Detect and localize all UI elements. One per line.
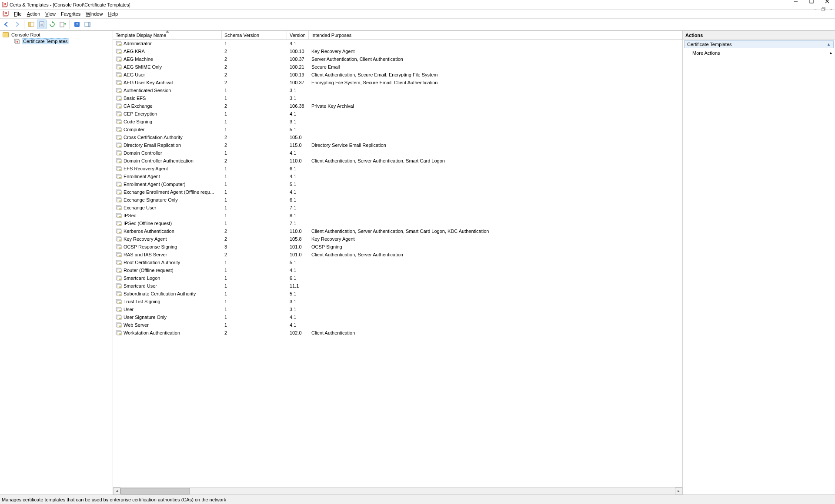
scroll-track[interactable]: [120, 487, 675, 495]
svg-point-79: [119, 177, 121, 179]
column-header-schema[interactable]: Schema Version: [222, 31, 287, 39]
cell-schema: 1: [222, 315, 287, 320]
table-row[interactable]: CEP Encryption14.1: [113, 110, 682, 118]
action-more-actions[interactable]: More Actions ▸: [683, 49, 835, 57]
tree-node-certificate-templates[interactable]: Certificate Templates: [0, 38, 113, 45]
svg-point-46: [119, 91, 121, 93]
minimize-button[interactable]: [788, 0, 804, 6]
menu-action[interactable]: Action: [24, 10, 43, 17]
cell-name: Exchange Enrollment Agent (Offline requ.…: [113, 189, 222, 195]
maximize-button[interactable]: [804, 0, 819, 6]
table-row[interactable]: EFS Recovery Agent16.1: [113, 165, 682, 172]
mdi-minimize-button[interactable]: –: [812, 6, 819, 13]
cell-version: 3.1: [287, 96, 309, 101]
table-row[interactable]: RAS and IAS Server2101.0Client Authentic…: [113, 251, 682, 259]
forward-button[interactable]: [12, 20, 22, 29]
horizontal-scrollbar[interactable]: ◄ ►: [113, 487, 682, 494]
cell-name: CA Exchange: [113, 103, 222, 109]
table-row[interactable]: Subordinate Certification Authority15.1: [113, 290, 682, 298]
back-button[interactable]: [2, 20, 11, 29]
table-row[interactable]: AEG Machine2100.37Server Authentication,…: [113, 55, 682, 63]
table-row[interactable]: IPSec (Offline request)17.1: [113, 219, 682, 227]
cell-purposes: Encrypting File System, Secure Email, Cl…: [309, 80, 682, 85]
console-tree-pane[interactable]: Console Root Certificate Templates: [0, 31, 113, 494]
table-row[interactable]: Authenticated Session13.1: [113, 86, 682, 94]
table-row[interactable]: Workstation Authentication2102.0Client A…: [113, 329, 682, 337]
table-row[interactable]: Domain Controller14.1: [113, 149, 682, 157]
table-row[interactable]: AEG KRA2100.10Key Recovery Agent: [113, 47, 682, 55]
menu-help[interactable]: Help: [105, 10, 120, 17]
cell-name: OCSP Response Signing: [113, 244, 222, 250]
table-row[interactable]: User13.1: [113, 305, 682, 313]
table-row[interactable]: OCSP Response Signing3101.0OCSP Signing: [113, 243, 682, 251]
actions-pane: Actions Certificate Templates ▲ More Act…: [683, 31, 835, 494]
table-row[interactable]: Smartcard Logon16.1: [113, 274, 682, 282]
export-list-button[interactable]: [58, 20, 67, 29]
menu-view[interactable]: View: [43, 10, 58, 17]
table-row[interactable]: Router (Offline request)14.1: [113, 266, 682, 274]
properties-button[interactable]: [37, 20, 47, 29]
certificate-template-icon: [116, 48, 122, 54]
tree-node-console-root[interactable]: Console Root: [0, 32, 113, 38]
table-row[interactable]: Smartcard User111.1: [113, 282, 682, 290]
list-body[interactable]: Administrator14.1AEG KRA2100.10Key Recov…: [113, 40, 682, 487]
mdi-restore-button[interactable]: [819, 6, 827, 13]
cell-schema: 2: [222, 158, 287, 163]
cell-purposes: Server Authentication, Client Authentica…: [309, 56, 682, 62]
scroll-thumb[interactable]: [120, 488, 190, 494]
table-row[interactable]: Computer15.1: [113, 126, 682, 133]
column-header-version[interactable]: Version: [287, 31, 309, 39]
table-row[interactable]: Trust List Signing13.1: [113, 298, 682, 305]
table-row[interactable]: Enrollment Agent14.1: [113, 172, 682, 180]
scroll-right-button[interactable]: ►: [675, 487, 682, 495]
cell-version: 105.0: [287, 135, 309, 140]
toolbar-separator: [24, 20, 24, 29]
table-row[interactable]: AEG User2100.19Client Authentication, Se…: [113, 71, 682, 79]
menu-favorites[interactable]: Favorites: [58, 10, 83, 17]
help-button[interactable]: ?: [72, 20, 82, 29]
show-hide-tree-button[interactable]: [27, 20, 36, 29]
table-row[interactable]: Cross Certification Authority2105.0: [113, 133, 682, 141]
cell-version: 6.1: [287, 275, 309, 281]
cell-name: CEP Encryption: [113, 111, 222, 117]
table-row[interactable]: Exchange Enrollment Agent (Offline requ.…: [113, 188, 682, 196]
cell-schema: 1: [222, 119, 287, 124]
svg-point-85: [119, 192, 121, 194]
table-row[interactable]: Code Signing13.1: [113, 118, 682, 126]
table-row[interactable]: User Signature Only14.1: [113, 313, 682, 321]
table-row[interactable]: Exchange Signature Only16.1: [113, 196, 682, 204]
column-header-name[interactable]: Template Display Name: [113, 31, 222, 39]
actions-section-title[interactable]: Certificate Templates ▲: [684, 40, 834, 48]
close-button[interactable]: [819, 0, 835, 6]
table-row[interactable]: IPSec18.1: [113, 212, 682, 219]
table-row[interactable]: Root Certification Authority15.1: [113, 259, 682, 266]
certificate-template-icon: [116, 126, 122, 133]
table-row[interactable]: Enrollment Agent (Computer)15.1: [113, 180, 682, 188]
menu-file[interactable]: File: [11, 10, 24, 17]
table-row[interactable]: AEG User Key Archival2100.37Encrypting F…: [113, 79, 682, 86]
cell-schema: 1: [222, 182, 287, 187]
table-row[interactable]: Domain Controller Authentication2110.0Cl…: [113, 157, 682, 165]
table-row[interactable]: Key Recovery Agent2105.8Key Recovery Age…: [113, 235, 682, 243]
column-header-purposes[interactable]: Intended Purposes: [309, 31, 682, 39]
table-row[interactable]: Basic EFS13.1: [113, 94, 682, 102]
certificate-template-icon: [116, 189, 122, 195]
cell-version: 5.1: [287, 127, 309, 132]
action-pane-button[interactable]: [83, 20, 92, 29]
scroll-left-button[interactable]: ◄: [113, 487, 120, 495]
mdi-close-button[interactable]: ×: [827, 6, 835, 13]
table-row[interactable]: Web Server14.1: [113, 321, 682, 329]
certificate-template-icon: [116, 220, 122, 226]
table-row[interactable]: AEG SMIME Only2100.21Secure Email: [113, 63, 682, 71]
table-row[interactable]: Exchange User17.1: [113, 204, 682, 212]
cell-name: Authenticated Session: [113, 87, 222, 93]
refresh-button[interactable]: [47, 20, 57, 29]
table-row[interactable]: Administrator14.1: [113, 40, 682, 47]
table-row[interactable]: Kerberos Authentication2110.0Client Auth…: [113, 227, 682, 235]
menu-window[interactable]: Window: [83, 10, 105, 17]
svg-point-88: [119, 200, 121, 202]
table-row[interactable]: Directory Email Replication2115.0Directo…: [113, 141, 682, 149]
table-row[interactable]: CA Exchange2106.38Private Key Archival: [113, 102, 682, 110]
svg-point-82: [119, 185, 121, 186]
certificate-template-icon: [116, 64, 122, 70]
